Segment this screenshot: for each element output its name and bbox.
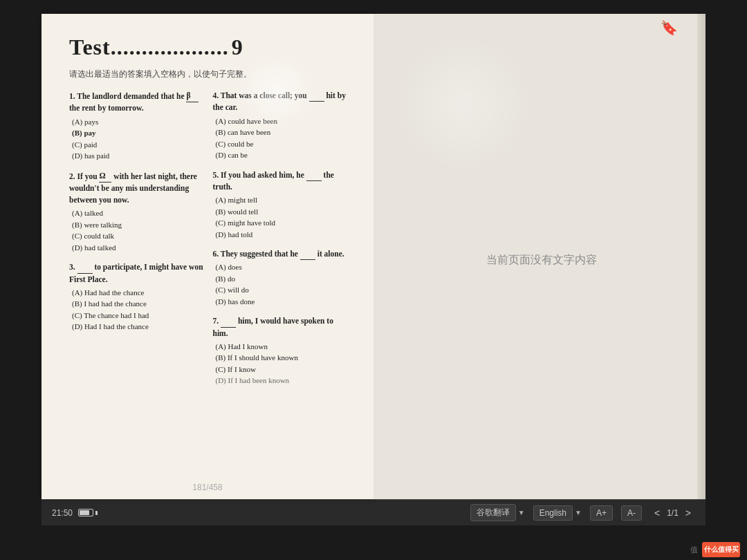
question-3: 3. to participate, I might have won Firs… xyxy=(69,261,206,333)
q4-blank xyxy=(309,101,324,102)
bottom-status-bar: 21:50 谷歌翻译 ▼ English ▼ A+ A- < 1/1 xyxy=(42,499,706,525)
q7-opt-b: (B) If I should have known xyxy=(213,352,350,364)
q7-text: 7. him, I would have spoken to him. xyxy=(213,315,350,339)
q6-blank xyxy=(300,259,315,260)
reader-container: Test................... 9 请选出最适当的答案填入空格内… xyxy=(42,14,706,525)
q7-blank xyxy=(221,327,236,328)
page-navigation: < 1/1 > xyxy=(650,506,695,520)
q4-opt-c: (C) could be xyxy=(213,138,350,150)
q5-opt-b: (B) would tell xyxy=(213,206,350,218)
font-size-decrease-button[interactable]: A- xyxy=(621,505,642,521)
q3-opt-b: (B) I had had the chance xyxy=(69,298,206,310)
question-7: 7. him, I would have spoken to him. (A) … xyxy=(213,315,350,386)
q4-opt-b: (B) can have been xyxy=(213,127,350,138)
language-button[interactable]: English xyxy=(533,505,573,521)
watermark-area: 值 什么值得买 xyxy=(690,542,740,557)
watermark-text: 值 xyxy=(690,545,698,555)
q5-opt-d: (D) had told xyxy=(213,229,350,241)
q1-text: 1. The landlord demanded that he β the r… xyxy=(69,90,206,115)
next-page-button[interactable]: > xyxy=(681,506,695,520)
bookmark-icon[interactable]: 🔖 xyxy=(661,19,678,36)
q3-text: 3. to participate, I might have won Firs… xyxy=(69,261,206,286)
q6-opt-c: (C) will do xyxy=(213,284,350,296)
q6-opt-a: (A) does xyxy=(213,261,350,273)
q5-opt-c: (C) might have told xyxy=(213,217,350,229)
q2-opt-c: (C) could talk xyxy=(69,230,206,242)
page-title: Test................... xyxy=(69,35,229,60)
q6-opt-b: (B) do xyxy=(213,273,350,285)
q2-blank: Ω xyxy=(99,170,111,183)
battery-tip xyxy=(95,511,98,515)
current-page-display: 1/1 xyxy=(667,508,679,518)
q3-blank xyxy=(77,273,93,274)
question-5: 5. If you had asked him, he the truth. (… xyxy=(213,169,350,241)
q2-text: 2. If you Ω with her last night, there w… xyxy=(69,170,206,207)
q7-opt-c: (C) If I know xyxy=(213,364,350,375)
question-6: 6. They suggested that he it alone. (A) … xyxy=(213,248,350,307)
question-4: 4. That was a close call; you hit by the… xyxy=(213,90,350,161)
watermark-logo: 什么值得买 xyxy=(702,542,740,557)
left-page: Test................... 9 请选出最适当的答案填入空格内… xyxy=(42,14,374,499)
language-dropdown-icon[interactable]: ▼ xyxy=(575,509,582,516)
question-2: 2. If you Ω with her last night, there w… xyxy=(69,170,206,254)
q6-text: 6. They suggested that he it alone. xyxy=(213,248,350,260)
q1-blank: β xyxy=(186,90,199,102)
q3-opt-a: (A) Had had the chance xyxy=(69,287,206,299)
prev-page-button[interactable]: < xyxy=(650,506,664,520)
battery-indicator xyxy=(78,509,98,516)
col-left: 1. The landlord demanded that he β the r… xyxy=(69,90,206,395)
question-1: 1. The landlord demanded that he β the r… xyxy=(69,90,206,162)
pages-area: Test................... 9 请选出最适当的答案填入空格内… xyxy=(42,14,706,499)
time-display: 21:50 xyxy=(52,508,73,518)
q3-opt-c: (C) The chance had I had xyxy=(69,310,206,321)
q2-opt-b: (B) were talking xyxy=(69,219,206,231)
q1-opt-b: (B) pay xyxy=(69,127,206,139)
translate-dropdown-icon[interactable]: ▼ xyxy=(518,509,525,516)
page-title-number: 9 xyxy=(232,35,243,60)
q7-opt-a: (A) Had I known xyxy=(213,341,350,353)
q3-opt-d: (D) Had I had the chance xyxy=(69,321,206,333)
right-page: 🔖 当前页面没有文字内容 xyxy=(374,14,706,499)
battery-fill xyxy=(80,510,89,515)
q7-opt-d: (D) If I had been known xyxy=(213,375,350,386)
q1-opt-c: (C) paid xyxy=(69,139,206,151)
q4-opt-d: (D) can be xyxy=(213,149,350,161)
q1-opt-d: (D) has paid xyxy=(69,150,206,162)
translate-button[interactable]: 谷歌翻译 xyxy=(470,504,516,521)
q4-text: 4. That was a close call; you hit by the… xyxy=(213,90,350,114)
status-left: 21:50 xyxy=(52,508,98,518)
q2-opt-d: (D) had talked xyxy=(69,242,206,254)
battery-body xyxy=(78,509,93,516)
q6-opt-d: (D) has done xyxy=(213,296,350,308)
q5-opt-a: (A) might tell xyxy=(213,194,350,206)
q2-opt-a: (A) talked xyxy=(69,207,206,219)
page-number: 181/458 xyxy=(192,483,222,492)
right-page-glare xyxy=(394,35,533,173)
page-edge-right[interactable] xyxy=(697,14,706,499)
font-size-increase-button[interactable]: A+ xyxy=(590,505,613,521)
questions-columns: 1. The landlord demanded that he β the r… xyxy=(69,90,349,395)
q5-text: 5. If you had asked him, he the truth. xyxy=(213,169,350,194)
q5-blank xyxy=(306,180,322,181)
no-content-message: 当前页面没有文字内容 xyxy=(486,253,597,268)
col-right: 4. That was a close call; you hit by the… xyxy=(213,90,350,395)
page-subtitle: 请选出最适当的答案填入空格内，以使句子完整。 xyxy=(69,68,349,80)
q1-opt-a: (A) pays xyxy=(69,116,206,128)
toolbar-right: 谷歌翻译 ▼ English ▼ A+ A- < 1/1 > xyxy=(470,504,695,521)
q4-opt-a: (A) could have been xyxy=(213,115,350,127)
